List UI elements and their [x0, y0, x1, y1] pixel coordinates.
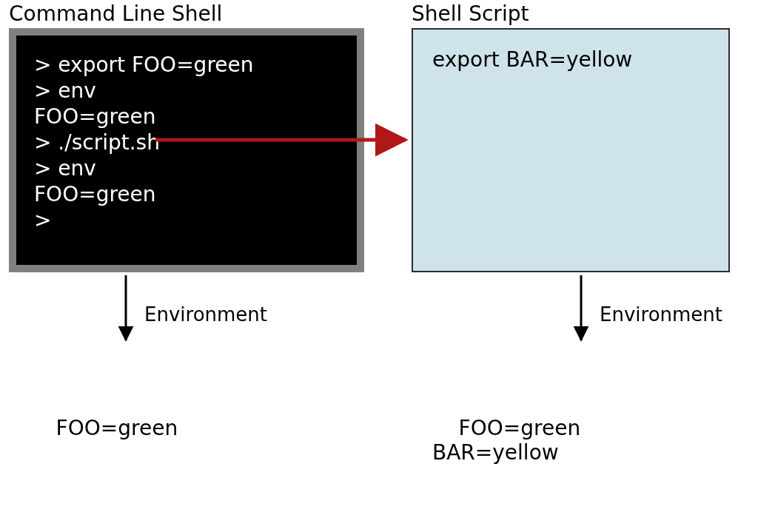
- title-shell-script: Shell Script: [412, 1, 529, 26]
- environment-box-left: FOO=green: [9, 346, 320, 509]
- environment-label-left: Environment: [144, 303, 267, 326]
- environment-text-right: FOO=green BAR=yellow: [432, 416, 580, 465]
- diagram-canvas: Command Line Shell Shell Script > export…: [0, 0, 758, 532]
- script-box: export BAR=yellow: [412, 28, 730, 272]
- environment-label-right: Environment: [600, 303, 722, 326]
- terminal-frame: > export FOO=green > env FOO=green > ./s…: [9, 28, 364, 272]
- title-command-line-shell: Command Line Shell: [9, 1, 222, 26]
- terminal-content: > export FOO=green > env FOO=green > ./s…: [16, 36, 357, 265]
- environment-box-right: FOO=green BAR=yellow: [412, 346, 722, 509]
- environment-text-left: FOO=green: [56, 416, 178, 440]
